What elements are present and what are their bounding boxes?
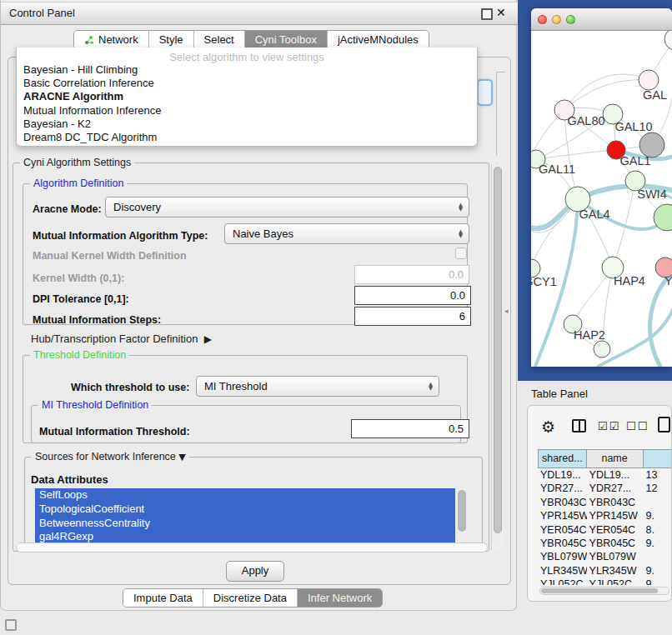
close-traffic-light-icon[interactable] bbox=[538, 15, 547, 24]
kernel-width-field[interactable]: 0.0 bbox=[354, 265, 469, 284]
collapsed-panel-icon[interactable] bbox=[5, 619, 17, 631]
table-row[interactable]: YLR345WYLR345W9. bbox=[538, 564, 672, 578]
network-edge[interactable] bbox=[536, 150, 616, 159]
hub-definition-toggle[interactable]: Hub/Transcription Factor Definition ▶ bbox=[31, 332, 212, 345]
mi-type-select[interactable]: Naive Bayes ▲▼ bbox=[224, 223, 469, 244]
obscured-focused-combo[interactable] bbox=[477, 79, 493, 106]
table-cell: 12 bbox=[644, 482, 672, 495]
network-node[interactable] bbox=[664, 31, 672, 50]
table-cell: YBR045C bbox=[538, 537, 587, 550]
attribute-item-selected[interactable]: BetweennessCentrality bbox=[35, 517, 455, 531]
spinner-arrows-icon: ▲▼ bbox=[429, 382, 433, 391]
table-cell bbox=[644, 496, 672, 509]
table-cell: YBR045C bbox=[587, 537, 644, 550]
tab-style[interactable]: Style bbox=[149, 31, 194, 48]
close-icon[interactable]: ✕ bbox=[496, 6, 506, 19]
tab-label: Cyni Toolbox bbox=[255, 33, 317, 46]
table-cell: YBR043C bbox=[587, 496, 644, 509]
node-label: GAL bbox=[643, 88, 667, 102]
attribute-item-selected[interactable]: SelfLoops bbox=[35, 488, 455, 502]
apply-button[interactable]: Apply bbox=[226, 561, 284, 582]
document-icon[interactable] bbox=[658, 417, 670, 432]
algorithm-dropdown-popup: Select algorithm to view settings Bayesi… bbox=[16, 48, 478, 147]
node-label: GAL80 bbox=[567, 114, 604, 128]
algorithm-option[interactable]: ARACNE Algorithm bbox=[17, 90, 477, 103]
tab-impute-data[interactable]: Impute Data bbox=[123, 589, 203, 607]
table-row[interactable]: YJL052CYJL052C9. bbox=[538, 578, 672, 585]
mi-threshold-title: MI Threshold Definition bbox=[38, 399, 152, 411]
table-row[interactable]: YBR045CYBR045C9. bbox=[538, 537, 672, 550]
aracne-mode-value: Discovery bbox=[113, 201, 161, 213]
tab-select[interactable]: Select bbox=[194, 31, 245, 48]
node-label: HAP4 bbox=[614, 274, 645, 288]
expanded-arrow-icon[interactable]: ▼ bbox=[178, 452, 185, 462]
network-edge-thick[interactable] bbox=[598, 306, 672, 367]
spinner-arrows-icon: ▲▼ bbox=[459, 230, 463, 238]
float-panel-icon[interactable] bbox=[481, 8, 493, 20]
network-node[interactable] bbox=[594, 341, 610, 358]
column-header[interactable] bbox=[644, 449, 672, 468]
algorithm-list: Bayesian - Hill ClimbingBasic Correlatio… bbox=[17, 63, 477, 144]
unchecked-boxes-icon[interactable]: ☐☐ bbox=[626, 420, 649, 432]
node-label: GAL4 bbox=[579, 208, 609, 221]
table-row[interactable]: YPR145WYPR145W9. bbox=[538, 509, 672, 522]
mi-threshold-field[interactable]: 0.5 bbox=[351, 419, 469, 438]
tab-jactivemnodules[interactable]: jActiveMNodules bbox=[328, 31, 429, 48]
algorithm-option[interactable]: Bayesian - K2 bbox=[17, 118, 477, 131]
table-cell: 9. bbox=[644, 578, 672, 585]
tab-discretize-data[interactable]: Discretize Data bbox=[203, 589, 298, 607]
table-cell: YPR145W bbox=[538, 509, 587, 522]
minimize-traffic-light-icon[interactable] bbox=[552, 15, 561, 24]
pane-resize-grip[interactable]: ◂ bbox=[504, 307, 509, 315]
table-body: YDL19...YDL19...13YDR27...YDR27...12YBR0… bbox=[538, 468, 672, 585]
algorithm-option[interactable]: Bayesian - Hill Climbing bbox=[17, 63, 477, 77]
checked-boxes-icon[interactable]: ☑☑ bbox=[598, 420, 620, 432]
table-panel: ⚙ ☑☑ ☐☐ shared...name YDL19...YDL19...13… bbox=[527, 405, 672, 602]
mi-steps-field[interactable]: 6 bbox=[354, 307, 471, 326]
node-label: GAL1 bbox=[619, 154, 650, 168]
table-horizontal-scrollbar[interactable] bbox=[539, 587, 669, 595]
network-view-window[interactable]: GALGAL80GAL10GAL1GAL11SWI4GAL4GCY1HAP4YH… bbox=[531, 8, 672, 367]
control-panel-titlebar[interactable]: Control Panel ✕ bbox=[1, 2, 518, 25]
attributes-vertical-scrollbar[interactable] bbox=[458, 490, 466, 542]
tab-infer-network[interactable]: Infer Network bbox=[298, 589, 382, 607]
settings-scrollbar-track[interactable] bbox=[491, 164, 504, 550]
which-threshold-select[interactable]: MI Threshold ▲▼ bbox=[196, 376, 439, 397]
manual-kernel-label: Manual Kernel Width Definition bbox=[33, 250, 187, 262]
network-canvas[interactable]: GALGAL80GAL10GAL1GAL11SWI4GAL4GCY1HAP4YH… bbox=[531, 31, 672, 367]
table-cell: YPR145W bbox=[587, 509, 644, 522]
aracne-mode-select[interactable]: Discovery ▲▼ bbox=[105, 197, 469, 218]
dpi-tolerance-field[interactable]: 0.0 bbox=[354, 286, 471, 305]
algorithm-definition-title: Algorithm Definition bbox=[30, 178, 127, 189]
table-row[interactable]: YBL079WYBL079W bbox=[538, 550, 672, 563]
column-header[interactable]: shared... bbox=[538, 449, 587, 468]
attributes-horizontal-scrollbar[interactable] bbox=[16, 542, 488, 552]
tab-cyni-toolbox[interactable]: Cyni Toolbox bbox=[245, 31, 328, 48]
network-window-titlebar[interactable] bbox=[531, 8, 672, 31]
attribute-item-selected[interactable]: TopologicalCoefficient bbox=[35, 502, 455, 517]
column-header[interactable]: name bbox=[587, 449, 644, 468]
table-cell: YER054C bbox=[587, 523, 644, 537]
settings-scrollbar-thumb[interactable] bbox=[494, 167, 502, 533]
zoom-traffic-light-icon[interactable] bbox=[566, 15, 575, 24]
tab-network[interactable]: Network bbox=[74, 31, 149, 48]
mi-steps-label: Mutual Information Steps: bbox=[33, 314, 161, 326]
which-threshold-label: Which threshold to use: bbox=[71, 382, 189, 393]
table-row[interactable]: YDL19...YDL19...13 bbox=[538, 468, 672, 482]
gear-icon[interactable]: ⚙ bbox=[541, 418, 555, 436]
node-label: GAL10 bbox=[614, 120, 652, 133]
collapsed-arrow-icon: ▶ bbox=[201, 333, 212, 345]
table-cell: YDR27... bbox=[538, 482, 587, 495]
algorithm-option[interactable]: Basic Correlation Inference bbox=[17, 77, 477, 90]
table-header-row: shared...name bbox=[538, 449, 672, 468]
network-node-gal[interactable] bbox=[639, 70, 659, 90]
tab-label: Impute Data bbox=[133, 592, 193, 604]
aracne-mode-label: Aracne Mode: bbox=[33, 203, 102, 215]
table-row[interactable]: YDR27...YDR27...12 bbox=[538, 482, 672, 495]
table-row[interactable]: YBR043CYBR043C bbox=[538, 496, 672, 509]
algorithm-option[interactable]: Mutual Information Inference bbox=[17, 104, 477, 118]
algorithm-option[interactable]: Dream8 DC_TDC Algorithm bbox=[17, 131, 477, 144]
columns-icon[interactable] bbox=[572, 419, 586, 432]
table-row[interactable]: YER054CYER054C8. bbox=[538, 523, 672, 537]
manual-kernel-checkbox[interactable] bbox=[455, 248, 467, 259]
